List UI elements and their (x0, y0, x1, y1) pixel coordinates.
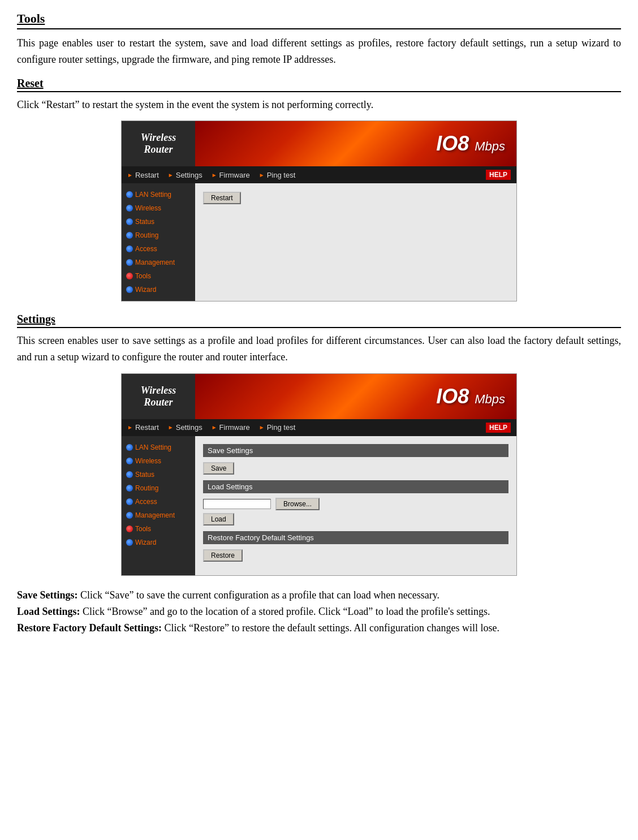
router-body-2: LAN Setting Wireless Status Routing Acce… (122, 436, 516, 575)
restore-button[interactable]: Restore (203, 549, 243, 562)
load-settings-header: Load Settings (203, 480, 508, 493)
sidebar-dot-routing-1 (126, 232, 133, 239)
sidebar-management-1[interactable]: Management (122, 257, 195, 268)
sidebar-wizard-2[interactable]: Wizard (122, 537, 195, 548)
sidebar-dot-access-1 (126, 245, 133, 252)
sidebar-dot-lan-1 (126, 191, 133, 198)
settings-section-desc: This screen enables user to save setting… (17, 333, 621, 365)
restart-button[interactable]: Restart (203, 192, 241, 204)
logo-router-1: Router (144, 144, 173, 156)
sidebar-lan-1[interactable]: LAN Setting (122, 189, 195, 200)
nav-settings-2[interactable]: ► Settings (168, 423, 202, 432)
save-settings-label: Save Settings: (17, 589, 78, 601)
sidebar-tools-2[interactable]: Tools (122, 523, 195, 535)
sidebar-wizard-1[interactable]: Wizard (122, 284, 195, 295)
reset-screenshot: Wireless Router IO8 Mbps ► Restart ► Set… (121, 120, 517, 301)
router-nav-1: ► Restart ► Settings ► Firmware ► Ping t… (122, 166, 516, 183)
nav-firmware-2[interactable]: ► Firmware (212, 423, 250, 432)
sidebar-routing-1[interactable]: Routing (122, 230, 195, 241)
sidebar-dot-access-2 (126, 498, 133, 505)
logo-wireless-2: Wireless (141, 385, 176, 397)
load-settings-label: Load Settings: (17, 606, 80, 617)
sidebar-dot-wireless-2 (126, 458, 133, 464)
load-settings-desc: Load Settings: Click “Browse” and go to … (17, 604, 621, 620)
nav-arrow-1: ► (127, 172, 133, 178)
router-banner-1: IO8 Mbps (195, 121, 516, 166)
sidebar-dot-management-2 (126, 512, 133, 519)
router-speed-2: IO8 Mbps (436, 385, 505, 408)
intro-text: This page enables user to restart the sy… (17, 35, 621, 68)
nav-restart-1[interactable]: ► Restart (127, 171, 159, 179)
router-nav-2: ► Restart ► Settings ► Firmware ► Ping t… (122, 419, 516, 436)
nav-pingtest-2[interactable]: ► Ping test (259, 423, 296, 432)
sidebar-dot-management-1 (126, 259, 133, 266)
sidebar-access-1[interactable]: Access (122, 243, 195, 255)
nav-firmware-1[interactable]: ► Firmware (212, 171, 250, 179)
help-button-1[interactable]: HELP (486, 170, 511, 180)
restore-settings-text: Click “Restore” to restore the default s… (162, 622, 499, 634)
settings-section-title: Settings (17, 313, 621, 328)
nav-arrow-5: ► (127, 424, 133, 430)
sidebar-dot-status-1 (126, 218, 133, 225)
nav-arrow-3: ► (212, 172, 217, 178)
nav-settings-1[interactable]: ► Settings (168, 171, 202, 179)
restore-settings-header: Restore Factory Default Settings (203, 531, 508, 544)
sidebar-management-2[interactable]: Management (122, 510, 195, 521)
save-settings-header: Save Settings (203, 444, 508, 457)
sidebar-routing-2[interactable]: Routing (122, 483, 195, 494)
router-body-1: LAN Setting Wireless Status Routing Acce… (122, 183, 516, 301)
sidebar-dot-wizard-1 (126, 286, 133, 293)
nav-arrow-2: ► (168, 172, 174, 178)
sidebar-wireless-1[interactable]: Wireless (122, 203, 195, 214)
bottom-descriptions: Save Settings: Click “Save” to save the … (17, 587, 621, 636)
router-speed-1: IO8 Mbps (436, 132, 505, 156)
router-logo-2: Wireless Router (122, 374, 195, 419)
browse-button[interactable]: Browse... (275, 498, 320, 510)
sidebar-lan-2[interactable]: LAN Setting (122, 442, 195, 453)
sidebar-dot-tools-1 (126, 273, 133, 279)
page-title: Tools (17, 11, 621, 29)
sidebar-wireless-2[interactable]: Wireless (122, 455, 195, 467)
sidebar-dot-tools-2 (126, 525, 133, 532)
router-content-1: Restart (195, 183, 516, 301)
save-settings-text: Click “Save” to save the current configu… (78, 589, 440, 601)
restore-settings-label: Restore Factory Default Settings: (17, 622, 162, 634)
nav-pingtest-1[interactable]: ► Ping test (259, 171, 296, 179)
nav-arrow-8: ► (259, 424, 265, 430)
browse-row: Browse... (203, 498, 508, 510)
nav-arrow-7: ► (212, 424, 217, 430)
sidebar-dot-wireless-1 (126, 205, 133, 212)
browse-input-field[interactable] (203, 499, 271, 509)
settings-screenshot: Wireless Router IO8 Mbps ► Restart ► Set… (121, 373, 517, 576)
sidebar-tools-1[interactable]: Tools (122, 270, 195, 282)
sidebar-dot-routing-2 (126, 485, 133, 492)
reset-section-desc: Click “Restart” to restart the system in… (17, 97, 621, 113)
sidebar-access-2[interactable]: Access (122, 496, 195, 507)
nav-arrow-6: ► (168, 424, 174, 430)
router-sidebar-2: LAN Setting Wireless Status Routing Acce… (122, 436, 195, 575)
save-button[interactable]: Save (203, 462, 234, 475)
help-button-2[interactable]: HELP (486, 423, 511, 433)
sidebar-status-2[interactable]: Status (122, 469, 195, 480)
restore-settings-desc: Restore Factory Default Settings: Click … (17, 620, 621, 636)
nav-restart-2[interactable]: ► Restart (127, 423, 159, 432)
sidebar-dot-status-2 (126, 471, 133, 478)
sidebar-status-1[interactable]: Status (122, 216, 195, 227)
save-settings-desc: Save Settings: Click “Save” to save the … (17, 587, 621, 604)
logo-wireless-1: Wireless (141, 132, 176, 144)
router-header-1: Wireless Router IO8 Mbps (122, 121, 516, 166)
router-logo-1: Wireless Router (122, 121, 195, 166)
nav-arrow-4: ► (259, 172, 265, 178)
router-banner-2: IO8 Mbps (195, 374, 516, 419)
load-settings-text: Click “Browse” and go to the location of… (80, 606, 490, 617)
router-header-2: Wireless Router IO8 Mbps (122, 374, 516, 419)
logo-router-2: Router (144, 397, 173, 408)
reset-section-title: Reset (17, 77, 621, 92)
router-content-2: Save Settings Save Load Settings Browse.… (195, 436, 516, 575)
load-button[interactable]: Load (203, 513, 234, 525)
sidebar-dot-wizard-2 (126, 539, 133, 546)
router-sidebar-1: LAN Setting Wireless Status Routing Acce… (122, 183, 195, 301)
sidebar-dot-lan-2 (126, 444, 133, 451)
